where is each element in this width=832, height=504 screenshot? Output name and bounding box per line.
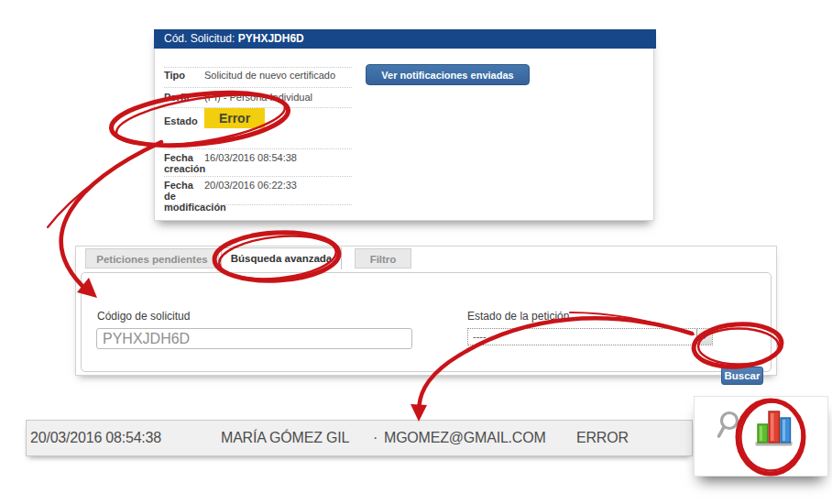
row-divider [164,67,352,68]
status-select[interactable]: ---- ▼ [467,328,713,345]
result-email: MGOMEZ@GMAIL.COM [384,421,546,455]
result-status: ERROR [576,421,629,455]
field-label-fecha-modificacion: Fecha de modificación [164,180,206,213]
row-actions-card [694,396,828,477]
advanced-search-form: Código de solicitud Estado de la petició… [81,272,772,372]
result-separator: · [373,421,378,455]
field-label-tipo: Tipo [164,70,206,81]
tab-busqueda-avanzada[interactable]: Búsqueda avanzada [221,247,342,269]
tab-peticiones-pendientes[interactable]: Peticiones pendientes [85,248,219,268]
detail-card-title: Cód. Solicitud: [164,32,235,45]
field-value-perfil: (PI) - Persona Individual [204,92,312,103]
field-label-perfil: Perfil [164,92,206,103]
status-field-label: Estado de la petición [467,310,569,323]
request-code-input[interactable] [96,328,412,349]
row-divider [164,87,352,88]
row-divider [164,176,352,177]
field-value-tipo: Solicitud de nuevo certificado [204,70,335,81]
bar-chart-icon[interactable] [753,406,795,450]
chevron-down-icon: ▼ [697,329,712,345]
field-label-estado: Estado [164,115,206,126]
request-code: PYHXJDH6D [238,32,304,45]
magnifier-icon[interactable] [715,410,742,443]
result-name: MARÍA GÓMEZ GIL [221,421,349,455]
field-value-fecha-creacion: 16/03/2016 08:54:38 [204,152,297,163]
search-button[interactable]: Buscar [721,367,763,385]
request-detail-card: Cód. Solicitud: PYHXJDH6D Ver notificaci… [154,29,654,221]
tab-filtro[interactable]: Filtro [355,248,411,268]
field-value-fecha-modificacion: 20/03/2016 06:22:33 [204,180,297,191]
result-table-row[interactable]: 20/03/2016 08:54:38 MARÍA GÓMEZ GIL · MG… [26,420,693,456]
detail-card-header: Cód. Solicitud: PYHXJDH6D [154,29,656,49]
status-badge: Error [204,108,265,128]
result-date: 20/03/2016 08:54:38 [30,421,161,455]
search-panel: Peticiones pendientes Búsqueda avanzada … [75,246,777,376]
status-select-value: ---- [473,329,487,345]
view-notifications-button[interactable]: Ver notificaciones enviadas [366,64,530,85]
page: Cód. Solicitud: PYHXJDH6D Ver notificaci… [0,0,832,504]
code-field-label: Código de solicitud [97,310,190,323]
field-label-fecha-creacion: Fecha creación [164,152,206,174]
select-dropdown-button[interactable]: ▼ [696,329,712,345]
row-divider [164,148,352,149]
